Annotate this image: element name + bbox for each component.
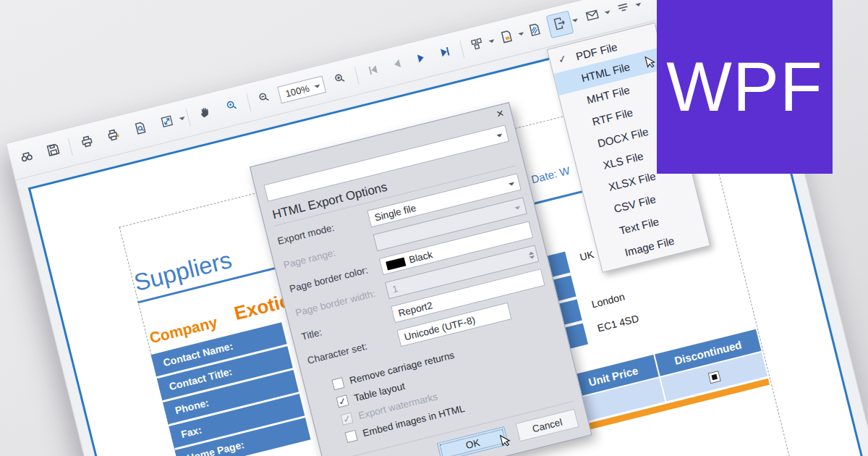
zoom-out-button[interactable] — [250, 84, 278, 112]
wpf-badge: WPF — [657, 0, 833, 174]
page-color-icon — [498, 28, 515, 48]
hand-tool-button[interactable] — [191, 99, 219, 127]
quick-print-icon — [105, 126, 122, 145]
scale-dropdown-caret[interactable] — [179, 117, 187, 124]
scene: 100% — [0, 0, 868, 456]
address-value: EC1 4SD — [596, 313, 639, 334]
spinner-arrows[interactable] — [527, 248, 536, 262]
cancel-button[interactable]: Cancel — [516, 409, 579, 442]
color-swatch-black — [386, 258, 406, 271]
zoom-dropdown-caret[interactable] — [314, 85, 321, 92]
print-button[interactable] — [73, 128, 101, 156]
cursor-icon — [499, 432, 514, 449]
next-page-button[interactable] — [407, 45, 435, 73]
zoom-level-combobox[interactable]: 100% — [277, 75, 326, 104]
checkbox-unchecked[interactable] — [331, 377, 344, 390]
toolbar-separator — [186, 109, 191, 126]
wpf-badge-label: WPF — [666, 47, 822, 127]
next-page-icon — [412, 49, 430, 69]
scale-button[interactable] — [153, 109, 181, 137]
page-setup-icon — [132, 119, 149, 139]
previous-page-icon — [388, 55, 406, 75]
export-document-button[interactable] — [546, 10, 574, 38]
scale-icon — [158, 113, 176, 132]
chevron-down-icon — [514, 206, 522, 214]
previous-page-button[interactable] — [383, 51, 412, 80]
checkbox-checked[interactable]: ✓ — [336, 394, 349, 408]
checkbox-unchecked[interactable] — [345, 430, 358, 443]
zoom-out-icon — [255, 88, 273, 108]
email-dropdown-caret[interactable] — [605, 10, 612, 17]
discontinued-checkbox[interactable] — [707, 371, 720, 384]
email-icon — [584, 7, 601, 26]
quick-print-button[interactable] — [100, 122, 128, 150]
ok-button[interactable]: OK — [437, 426, 509, 456]
chevron-down-icon — [509, 182, 516, 190]
last-page-icon — [436, 43, 454, 63]
toolbar-separator — [459, 41, 464, 58]
page-color-button[interactable] — [493, 24, 521, 52]
address-value: London — [590, 291, 626, 311]
first-page-icon — [365, 62, 382, 81]
toolbar-separator — [246, 93, 251, 111]
first-page-button[interactable] — [359, 57, 388, 85]
zoom-level-value: 100% — [284, 83, 310, 99]
toolbar-separator — [68, 138, 73, 156]
save-icon — [44, 141, 61, 161]
watermark-icon — [526, 21, 543, 41]
save-button[interactable] — [39, 137, 67, 165]
search-button[interactable] — [12, 143, 41, 172]
more-options-icon — [614, 0, 631, 18]
page-setup-button[interactable] — [126, 115, 154, 143]
toolbar-separator — [354, 67, 359, 84]
last-page-button[interactable] — [431, 39, 459, 67]
close-icon[interactable]: × — [495, 107, 506, 121]
export-dropdown-caret[interactable] — [572, 19, 579, 26]
binoculars-search-icon — [18, 148, 35, 167]
checkmark-icon: ✓ — [557, 52, 568, 65]
chevron-down-icon — [496, 134, 503, 141]
zoom-in-button[interactable] — [326, 65, 354, 93]
address-value: UK — [579, 248, 595, 263]
cursor-icon — [644, 54, 658, 71]
multiple-pages-icon — [469, 35, 486, 55]
zoom-in-icon — [331, 69, 348, 89]
more-options-button[interactable] — [609, 0, 637, 22]
watermark-button[interactable] — [521, 17, 549, 45]
printer-icon — [78, 132, 95, 152]
more-options-caret[interactable] — [635, 3, 642, 10]
multiple-pages-button[interactable] — [463, 31, 491, 59]
hand-icon — [196, 104, 213, 123]
send-email-button[interactable] — [578, 2, 606, 30]
export-document-icon — [551, 14, 569, 34]
magnifier-icon — [223, 97, 240, 117]
magnifier-tool-button[interactable] — [218, 93, 246, 121]
checkbox-checked-disabled: ✓ — [341, 413, 354, 426]
